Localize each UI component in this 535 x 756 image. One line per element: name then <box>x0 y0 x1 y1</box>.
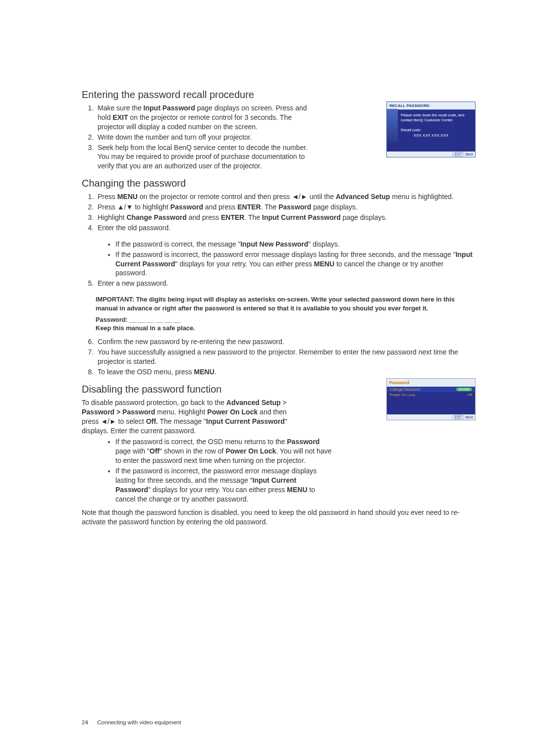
recall-panel-body: Please write down the recall code, and c… <box>387 110 475 142</box>
footer-label: Connecting with video equipment <box>97 719 181 725</box>
recall-code-label: Recall code: <box>401 128 471 133</box>
password-row-change: Change Password ENTER <box>387 387 475 392</box>
list-item: Highlight Change Password and press ENTE… <box>96 213 476 222</box>
back-label: Back <box>465 415 473 419</box>
password-row-power-on-lock: Power On Lock Off <box>387 392 475 398</box>
list-item: If the password is incorrect, the passwo… <box>115 250 476 278</box>
recall-panel-title: RECALL PASSWORD <box>387 102 475 110</box>
list-item: Seek help from the local BenQ service ce… <box>96 143 314 171</box>
exit-button-label: EXIT <box>452 152 464 156</box>
row-label: Power On Lock <box>390 393 415 397</box>
list-item: Press MENU on the projector or remote co… <box>96 192 476 202</box>
recall-procedure-list: Make sure the Input Password page displa… <box>82 103 314 171</box>
row-value: Off <box>467 393 472 397</box>
disable-password-bullets: If the password is correct, the OSD menu… <box>96 437 333 504</box>
list-item: To leave the OSD menu, press MENU. <box>96 367 476 377</box>
password-panel-title: Password <box>387 379 475 387</box>
list-item: You have successfully assigned a new pas… <box>96 348 476 366</box>
list-item: If the password is correct, the message … <box>115 240 476 249</box>
keep-manual-note: Keep this manual in a safe place. <box>96 324 476 332</box>
list-item: If the password is incorrect, the passwo… <box>115 466 333 504</box>
recall-password-figure: RECALL PASSWORD Please write down the re… <box>386 101 476 157</box>
recall-panel-footer: EXITBack <box>387 151 475 157</box>
heading-recall-procedure: Entering the password recall procedure <box>82 89 476 101</box>
recall-code-value: XXX XXX XXX XXX <box>401 133 471 138</box>
recall-panel-message: Please write down the recall code, and c… <box>401 113 471 123</box>
password-menu-figure: Password Change Password ENTER Power On … <box>386 378 476 420</box>
recall-panel-side-icon <box>387 109 398 143</box>
list-item: If the password is correct, the OSD menu… <box>115 437 333 465</box>
list-item: Write down the number and turn off your … <box>96 133 314 142</box>
changing-password-list-cont2: Confirm the new password by re-entering … <box>82 337 476 377</box>
heading-changing-password: Changing the password <box>82 178 476 189</box>
changing-password-list: Press MENU on the projector or remote co… <box>82 192 476 233</box>
exit-button-label: EXIT <box>452 415 464 419</box>
changing-password-list-cont: Enter a new password. <box>82 279 476 288</box>
list-item: Make sure the Input Password page displa… <box>96 103 314 132</box>
enter-pill: ENTER <box>456 388 472 391</box>
list-item: Confirm the new password by re-entering … <box>96 337 476 347</box>
disable-password-note: Note that though the password function i… <box>82 508 476 527</box>
disable-password-intro: To disable password protection, go back … <box>82 398 300 436</box>
back-label: Back <box>465 152 473 156</box>
list-item: Enter the old password. <box>96 223 476 233</box>
important-note: IMPORTANT: The digits being input will d… <box>96 295 476 312</box>
password-blank-line: Password: __ __ __ __ __ __ <box>96 315 476 324</box>
row-label: Change Password <box>390 387 420 392</box>
list-item: Press ▲/▼ to highlight Password and pres… <box>96 202 476 212</box>
password-write-block: Password: __ __ __ __ __ __ Keep this ma… <box>96 315 476 333</box>
password-panel-footer: EXITBack <box>387 414 475 420</box>
page-footer: 24 Connecting with video equipment <box>82 719 181 725</box>
sub-bullet-list: If the password is correct, the message … <box>96 240 476 278</box>
password-menu-panel: Password Change Password ENTER Power On … <box>386 378 476 420</box>
page-number: 24 <box>82 719 96 725</box>
list-item: Enter a new password. <box>96 279 476 288</box>
manual-page: Entering the password recall procedure M… <box>0 0 535 756</box>
recall-password-panel: RECALL PASSWORD Please write down the re… <box>386 101 476 157</box>
